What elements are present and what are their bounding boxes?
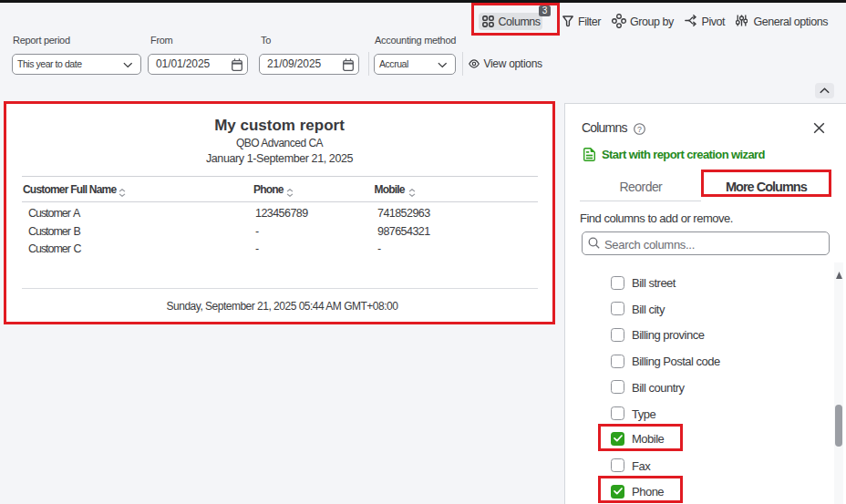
svg-text:?: ?: [637, 125, 642, 134]
